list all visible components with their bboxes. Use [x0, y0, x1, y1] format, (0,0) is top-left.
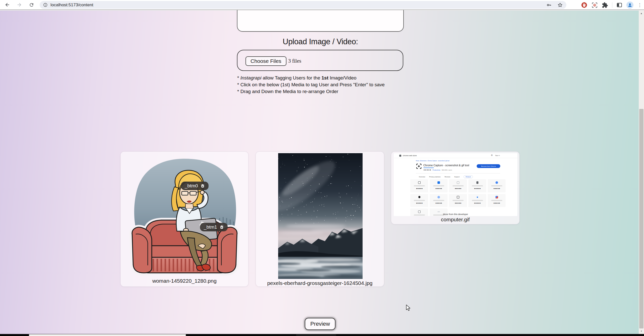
bottom-taskbar-edge: [0, 334, 644, 336]
password-key-icon[interactable]: [546, 2, 552, 8]
extensions-puzzle-icon[interactable]: [602, 2, 608, 8]
note-star: *: [237, 75, 240, 80]
media-filename: woman-1459220_1280.png: [121, 278, 248, 284]
mini-icon: [476, 196, 479, 198]
note-line-1: * Instagrapi allow Tagging Users for the…: [237, 74, 385, 81]
media-card-computer-gif[interactable]: chrome web store ⚙ Sign in Home › Extens…: [391, 151, 520, 224]
gif-tab-support: Support: [454, 176, 460, 178]
caption-input-cutoff[interactable]: [237, 10, 404, 32]
back-arrow-icon: [5, 2, 10, 8]
gif-more-from-developer: More from this developer: [394, 213, 517, 216]
mini-icon: [457, 196, 459, 198]
adblock-hand-icon[interactable]: [581, 2, 587, 8]
mini-icon: [418, 196, 420, 198]
person-icon: [627, 3, 632, 8]
media-filename: pexels-eberhard-grossgasteiger-1624504.j…: [256, 280, 384, 286]
mountain-photo: [278, 153, 363, 279]
tag-badge-btm1[interactable]: _btm1: [200, 223, 228, 231]
upload-notes: * Instagrapi allow Tagging Users for the…: [237, 74, 385, 95]
gif-extension-title: Chrome Capture - screenshot & gif tool: [423, 164, 469, 167]
mouse-cursor: [405, 304, 411, 311]
note-line-3: * Drag and Down the Media to re-arrange …: [237, 88, 385, 95]
gif-related-card: ★★★★★: [410, 194, 428, 207]
screen: localhost:5173/content: [0, 0, 644, 336]
gif-related-card: ★★★★★: [488, 179, 506, 192]
reload-icon: [29, 2, 34, 8]
gif-related-card: ★★★★★: [410, 179, 428, 192]
gif-users: 300,000+ users: [441, 169, 452, 171]
gif-store-name: chrome web store: [403, 155, 417, 156]
gif-related-card: ★★★★★: [468, 179, 486, 192]
scrollbar-thumb[interactable]: [639, 109, 643, 328]
profile-avatar[interactable]: [626, 2, 633, 9]
page-title: Upload Image / Video:: [237, 37, 404, 46]
note-mid: allow Tagging Users for the: [261, 75, 321, 80]
media-filename: computer.gif: [391, 217, 519, 223]
forward-button[interactable]: [15, 1, 24, 9]
files-count-label: 3 files: [288, 58, 301, 64]
scroll-up-arrow[interactable]: ▲: [639, 12, 644, 15]
tag-badge-btm0[interactable]: _btm0: [181, 182, 209, 190]
site-info-icon[interactable]: [43, 3, 47, 7]
tag-label: _btm1: [204, 224, 217, 230]
toolbar-separator: [612, 2, 612, 8]
gif-related-card: ★★★★★: [488, 194, 506, 207]
gif-tab-overview: Overview: [419, 176, 425, 178]
mini-icon: [496, 181, 498, 184]
media-card-mountains[interactable]: pexels-eberhard-grossgasteiger-1624504.j…: [256, 151, 384, 287]
gif-capture-logo-icon: [416, 163, 422, 169]
gif-developer-link: [423, 167, 434, 168]
delete-tag-icon[interactable]: [220, 225, 224, 229]
gif-tabs: Overview Privacy practices Reviews Suppo…: [419, 175, 473, 178]
address-bar[interactable]: localhost:5173/content: [40, 1, 566, 9]
gif-tab-privacy: Privacy practices: [429, 176, 440, 178]
mini-icon: [418, 211, 421, 213]
extensions-area: ⋮: [581, 0, 642, 10]
gif-related-card: ★★★★★: [449, 179, 467, 192]
gif-store-header: chrome web store ⚙ Sign in: [394, 153, 517, 158]
webstore-screenshot: chrome web store ⚙ Sign in Home › Extens…: [394, 153, 517, 216]
page-content: Upload Image / Video: Choose Files 3 fil…: [0, 11, 639, 334]
browser-menu-button[interactable]: ⋮: [637, 4, 642, 6]
woman-illustration: [126, 155, 243, 277]
mini-icon: [496, 196, 498, 198]
preview-button[interactable]: Preview: [305, 318, 335, 330]
bookmark-star-icon[interactable]: [557, 2, 563, 8]
gif-breadcrumb: Home › Extensions › Chrome Capture - scr…: [416, 160, 449, 161]
gif-tab-reviews: Reviews: [444, 176, 450, 178]
side-panel-icon[interactable]: [616, 2, 622, 8]
chrome-capture-icon[interactable]: [591, 2, 598, 8]
gif-related-card: ★★★★★: [430, 179, 448, 192]
taskbar-window-edge: [29, 334, 186, 336]
gif-gear-icon: ⚙: [491, 154, 493, 156]
mini-icon: [437, 211, 440, 212]
choose-files-button[interactable]: Choose Files: [245, 56, 286, 66]
media-card-woman[interactable]: _btm0 _btm1 woman-1459220_1280.png: [120, 151, 249, 287]
gif-related-card: ★★★★★: [449, 194, 467, 207]
note-1st: 1st: [322, 75, 328, 80]
gif-related-card: ★★★★★: [430, 194, 448, 207]
url-text[interactable]: localhost:5173/content: [51, 3, 93, 8]
mini-icon: [418, 181, 421, 184]
mini-icon: [437, 196, 440, 198]
back-button[interactable]: [3, 1, 12, 9]
mini-icon: [457, 181, 459, 184]
gif-sign-in: Sign in: [495, 155, 500, 156]
gif-stars: ★★★★★: [423, 169, 431, 171]
browser-toolbar: localhost:5173/content: [0, 0, 644, 10]
gif-category: Productivity: [432, 169, 440, 171]
note-line-2: * Click on the below (1st) Media to tag …: [237, 81, 385, 88]
reload-button[interactable]: [27, 1, 36, 9]
gif-remove-button: Remove from Chrome: [477, 164, 500, 168]
page-scrollbar[interactable]: ▲ ▼: [639, 11, 644, 334]
delete-tag-icon[interactable]: [201, 184, 205, 188]
gif-rating-row: ★★★★★ Productivity 300,000+ users: [423, 169, 452, 171]
gif-tab-related: Related: [464, 175, 473, 178]
forward-arrow-icon: [17, 2, 22, 8]
scroll-down-arrow[interactable]: ▼: [639, 330, 644, 332]
tag-label: _btm0: [185, 183, 198, 189]
gif-related-card: ★★★★★: [468, 194, 486, 207]
taskbar-text-smudge: [296, 334, 336, 335]
mini-icon: [476, 181, 478, 184]
gif-store-logo-icon: [399, 155, 401, 157]
